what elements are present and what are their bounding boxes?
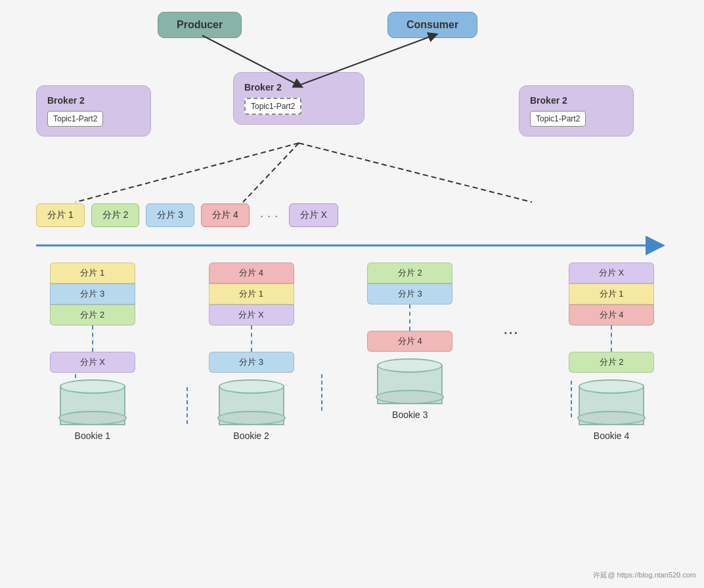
stack-chip: 分片 4 (367, 331, 452, 352)
cylinder-top (377, 358, 443, 373)
dashed-line-4 (611, 326, 612, 352)
broker-column-1: 分片 1 分片 3 分片 2 分片 X Bookie 1 (27, 262, 158, 441)
cylinder-bottom (217, 411, 286, 425)
producer-box: Producer (158, 12, 242, 38)
cylinder-top (219, 379, 284, 394)
broker-center-topic: Topic1-Part2 (244, 98, 301, 115)
bookie-2-container: Bookie 2 (219, 379, 284, 441)
broker-column-3: 分片 2 分片 3 分片 4 Bookie 3 (344, 262, 475, 441)
partition-row: 分片 1 分片 2 分片 3 分片 4 · · · 分片 X (36, 203, 338, 227)
cylinder-bottom (58, 411, 127, 425)
cylinder-bottom (376, 390, 444, 404)
svg-line-3 (243, 143, 299, 202)
cylinder-1 (60, 379, 125, 425)
broker-right-topic: Topic1-Part2 (530, 111, 586, 127)
bookie-4-container: Bookie 4 (579, 379, 644, 441)
producer-label: Producer (177, 19, 223, 30)
stack-bottom-1: 分片 X (50, 352, 135, 373)
dots-separator: ··· (503, 322, 518, 343)
stack-chip: 分片 1 (209, 284, 294, 304)
stack-chip: 分片 2 (569, 352, 654, 373)
part-chip-1: 分片 1 (36, 203, 85, 227)
dashed-line-3 (409, 304, 410, 331)
cylinder-3 (377, 358, 443, 404)
stack-chip: 分片 1 (569, 284, 654, 304)
broker-left-title: Broker 2 (47, 95, 140, 106)
part-chip-4: 分片 4 (201, 203, 250, 227)
broker-column-2: 分片 4 分片 1 分片 X 分片 3 Bookie 2 (186, 262, 317, 441)
stack-top-4: 分片 X 分片 1 分片 4 (569, 262, 654, 326)
stack-chip: 分片 2 (367, 262, 452, 284)
broker-column-4: 分片 X 分片 1 分片 4 分片 2 Bookie 4 (546, 262, 677, 441)
stack-chip: 分片 3 (367, 284, 452, 304)
consumer-label: Consumer (407, 19, 458, 30)
stack-chip: 分片 4 (569, 304, 654, 326)
stack-chip: 分片 2 (50, 304, 135, 326)
stack-bottom-2: 分片 3 (209, 352, 294, 373)
part-chip-x: 分片 X (289, 203, 338, 227)
bookie-3-container: Bookie 3 (377, 358, 443, 420)
consumer-box: Consumer (387, 12, 477, 38)
dots-middle: · · · (256, 208, 282, 223)
stack-bottom-3: 分片 4 (367, 331, 452, 352)
part-chip-2: 分片 2 (91, 203, 140, 227)
broker-center-title: Broker 2 (244, 82, 353, 93)
stack-chip: 分片 3 (50, 284, 135, 304)
broker-center: Broker 2 Topic1-Part2 (233, 72, 364, 125)
part-chip-3: 分片 3 (146, 203, 194, 227)
stack-chip: 分片 1 (50, 262, 135, 284)
bookie-3-label: Bookie 3 (392, 410, 428, 420)
bookie-1-container: Bookie 1 (60, 379, 125, 441)
bookie-1-label: Bookie 1 (75, 430, 110, 441)
cylinder-2 (219, 379, 284, 425)
stack-chip: 分片 X (209, 304, 294, 326)
svg-line-2 (76, 143, 299, 202)
broker-right-title: Broker 2 (530, 95, 623, 106)
stack-chip: 分片 4 (209, 262, 294, 284)
broker-left-topic: Topic1-Part2 (47, 111, 103, 127)
dashed-line-1 (92, 326, 93, 352)
bookie-2-label: Bookie 2 (233, 430, 269, 441)
stack-chip: 分片 X (569, 262, 654, 284)
diagram: Producer Consumer Broker 2 Topic1-Part2 … (0, 0, 704, 588)
watermark: 许延@ https://blog.ntan520.com (593, 570, 696, 580)
dashed-line-2 (251, 326, 252, 352)
stack-top-2: 分片 4 分片 1 分片 X (209, 262, 294, 326)
cylinder-bottom (577, 411, 646, 425)
cylinder-4 (579, 379, 644, 425)
stack-top-3: 分片 2 分片 3 (367, 262, 452, 304)
broker-left: Broker 2 Topic1-Part2 (36, 85, 151, 136)
broker-right: Broker 2 Topic1-Part2 (519, 85, 634, 136)
cylinder-top (60, 379, 125, 394)
stack-top-1: 分片 1 分片 3 分片 2 (50, 262, 135, 326)
bookie-4-label: Bookie 4 (594, 430, 629, 441)
cylinder-top (579, 379, 644, 394)
bottom-section: 分片 1 分片 3 分片 2 分片 X Bookie 1 分片 4 分片 (0, 262, 704, 441)
svg-line-4 (299, 143, 532, 202)
stack-chip: 分片 3 (209, 352, 294, 373)
stack-bottom-4: 分片 2 (569, 352, 654, 373)
stack-chip: 分片 X (50, 352, 135, 373)
